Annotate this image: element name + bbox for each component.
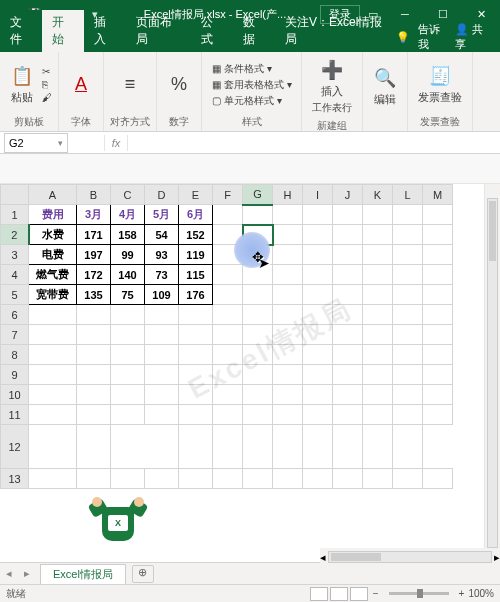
col-L[interactable]: L	[393, 185, 423, 205]
tab-layout[interactable]: 页面布局	[126, 10, 190, 52]
cell-C1[interactable]: 4月	[111, 205, 145, 225]
cell-B2[interactable]: 171	[77, 225, 111, 245]
copy-icon[interactable]: ⎘	[42, 79, 52, 90]
name-box[interactable]: G2▾	[4, 133, 68, 153]
view-page-break-button[interactable]	[350, 587, 368, 601]
cell-A5[interactable]: 宽带费	[29, 285, 77, 305]
row-9[interactable]: 9	[1, 365, 29, 385]
add-sheet-button[interactable]: ⊕	[132, 565, 154, 583]
cell-E5[interactable]: 176	[179, 285, 213, 305]
cell-E3[interactable]: 119	[179, 245, 213, 265]
conditional-format-button[interactable]: ▦条件格式 ▾	[212, 62, 292, 76]
col-B[interactable]: B	[77, 185, 111, 205]
cell-D3[interactable]: 93	[145, 245, 179, 265]
cell-B4[interactable]: 172	[77, 265, 111, 285]
row-5[interactable]: 5	[1, 285, 29, 305]
cut-icon[interactable]: ✂	[42, 66, 52, 77]
cell-A2[interactable]: 水费	[29, 225, 77, 245]
invoice-button[interactable]: 🧾发票查验	[414, 62, 466, 107]
row-3[interactable]: 3	[1, 245, 29, 265]
cell-B1[interactable]: 3月	[77, 205, 111, 225]
clipboard-icon: 📋	[10, 64, 34, 88]
cell-D1[interactable]: 5月	[145, 205, 179, 225]
row-4[interactable]: 4	[1, 265, 29, 285]
paste-button[interactable]: 📋 粘贴	[6, 62, 38, 107]
col-G[interactable]: G	[243, 185, 273, 205]
table-format-button[interactable]: ▦套用表格格式 ▾	[212, 78, 292, 92]
cell-C5[interactable]: 75	[111, 285, 145, 305]
sheet-nav-next[interactable]: ▸	[18, 567, 36, 580]
col-A[interactable]: A	[29, 185, 77, 205]
row-7[interactable]: 7	[1, 325, 29, 345]
tab-data[interactable]: 数据	[233, 10, 275, 52]
zoom-level[interactable]: 100%	[468, 588, 494, 599]
cell-E2[interactable]: 152	[179, 225, 213, 245]
invoice-icon: 🧾	[428, 64, 452, 88]
format-painter-icon[interactable]: 🖌	[42, 92, 52, 103]
cell-D2[interactable]: 54	[145, 225, 179, 245]
zoom-slider[interactable]	[389, 592, 449, 595]
formula-input[interactable]	[128, 133, 500, 153]
row-10[interactable]: 10	[1, 385, 29, 405]
row-13[interactable]: 13	[1, 469, 29, 489]
cell-B3[interactable]: 197	[77, 245, 111, 265]
cell-B5[interactable]: 135	[77, 285, 111, 305]
row-6[interactable]: 6	[1, 305, 29, 325]
cell-G2-active[interactable]	[243, 225, 273, 245]
tab-custom[interactable]: 关注V：Excel情报局	[275, 10, 396, 52]
cell-A4[interactable]: 燃气费	[29, 265, 77, 285]
ribbon-tabs: 文件 开始 插入 页面布局 公式 数据 关注V：Excel情报局 💡 告诉我 👤…	[0, 28, 500, 52]
zoom-out-button[interactable]: −	[373, 588, 379, 599]
cell-D4[interactable]: 73	[145, 265, 179, 285]
col-C[interactable]: C	[111, 185, 145, 205]
horizontal-scrollbar[interactable]: ◂▸	[320, 548, 500, 566]
edit-button[interactable]: 🔍编辑	[369, 64, 401, 109]
col-I[interactable]: I	[303, 185, 333, 205]
font-button[interactable]: A	[65, 71, 97, 99]
select-all-corner[interactable]	[1, 185, 29, 205]
worksheet-grid[interactable]: A B C D E F G H I J K L M 1 费用 3月 4月 5月 …	[0, 184, 500, 562]
tell-me[interactable]: 告诉我	[418, 22, 447, 52]
view-normal-button[interactable]	[310, 587, 328, 601]
col-K[interactable]: K	[363, 185, 393, 205]
col-E[interactable]: E	[179, 185, 213, 205]
group-edit: 🔍编辑	[363, 52, 408, 131]
cell-E4[interactable]: 115	[179, 265, 213, 285]
sheet-nav-prev[interactable]: ◂	[0, 567, 18, 580]
align-button[interactable]: ≡	[114, 71, 146, 99]
cell-A1[interactable]: 费用	[29, 205, 77, 225]
row-2[interactable]: 2	[1, 225, 29, 245]
sheet-tab-active[interactable]: Excel情报局	[40, 564, 126, 584]
row-11[interactable]: 11	[1, 405, 29, 425]
status-ready: 就绪	[6, 587, 26, 601]
cell-A3[interactable]: 电费	[29, 245, 77, 265]
cell-C4[interactable]: 140	[111, 265, 145, 285]
tab-file[interactable]: 文件	[0, 10, 42, 52]
cell-D5[interactable]: 109	[145, 285, 179, 305]
cell-C3[interactable]: 99	[111, 245, 145, 265]
col-D[interactable]: D	[145, 185, 179, 205]
insert-row-button[interactable]: ➕ 插入 工作表行	[308, 56, 356, 117]
tab-formulas[interactable]: 公式	[191, 10, 233, 52]
fx-button[interactable]: fx	[104, 135, 128, 151]
view-page-layout-button[interactable]	[330, 587, 348, 601]
tab-insert[interactable]: 插入	[84, 10, 126, 52]
cell-E1[interactable]: 6月	[179, 205, 213, 225]
col-M[interactable]: M	[423, 185, 453, 205]
col-H[interactable]: H	[273, 185, 303, 205]
col-F[interactable]: F	[213, 185, 243, 205]
chevron-down-icon[interactable]: ▾	[58, 138, 63, 148]
row-8[interactable]: 8	[1, 345, 29, 365]
row-1[interactable]: 1	[1, 205, 29, 225]
row-12[interactable]: 12	[1, 425, 29, 469]
share-button[interactable]: 👤 共享	[455, 22, 490, 52]
zoom-in-button[interactable]: +	[459, 588, 465, 599]
col-J[interactable]: J	[333, 185, 363, 205]
group-alignment: ≡ 对齐方式	[104, 52, 157, 131]
tab-home[interactable]: 开始	[42, 10, 84, 52]
cell-styles-button[interactable]: ▢单元格样式 ▾	[212, 94, 292, 108]
cell-C2[interactable]: 158	[111, 225, 145, 245]
mascot-image: X	[90, 493, 146, 549]
number-button[interactable]: %	[163, 71, 195, 99]
vertical-scrollbar[interactable]	[484, 184, 500, 562]
